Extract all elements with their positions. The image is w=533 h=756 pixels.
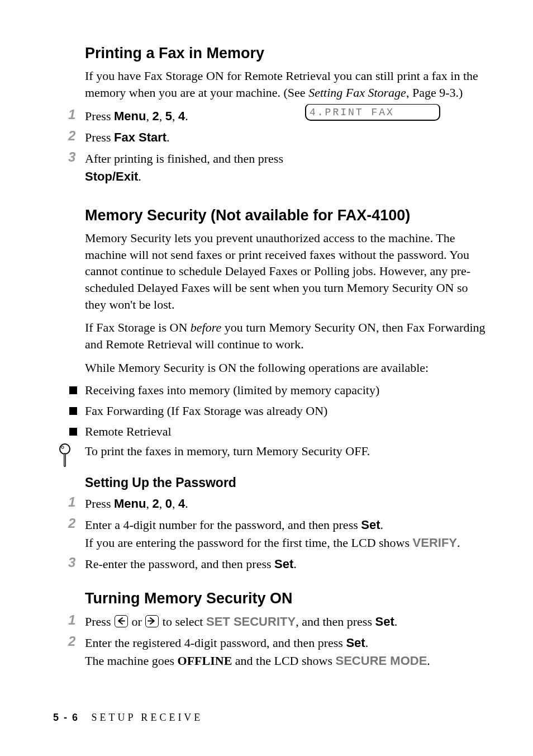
svg-point-0 [60,444,70,454]
text: Enter a 4-digit number for the password,… [85,518,361,532]
step-number: 2 [68,632,75,651]
text: , [172,497,178,511]
step-3: 3 After printing is finished, and then p… [61,150,488,186]
step-number: 1 [68,611,75,630]
step-number: 3 [68,148,75,167]
note-row: To print the faxes in memory, turn Memor… [61,444,488,459]
heading-printing-fax: Printing a Fax in Memory [85,45,488,62]
display-secure-mode: SECURE MODE [336,654,427,668]
xref-setting-fax-storage: Setting Fax Storage [308,86,406,100]
key-2: 2 [152,109,159,123]
note-text: To print the faxes in memory, turn Memor… [85,444,370,458]
text: After printing is finished, and then pre… [85,152,283,166]
right-arrow-icon [145,615,159,627]
step-number: 2 [68,514,75,533]
step-2: 2 Enter the registered 4-digit password,… [61,634,488,670]
heading-setting-password: Setting Up the Password [85,475,488,490]
para-memsec-1: Memory Security lets you prevent unautho… [85,230,488,313]
steps-setting-password: 1 Press Menu, 2, 0, 4. 2 Enter a 4-digit… [61,495,488,573]
page-footer: 5 - 6 SETUP RECEIVE [53,712,203,724]
step-number: 1 [68,105,75,125]
step-2: 2 Enter a 4-digit number for the passwor… [61,516,488,552]
step-1: 1 Press Menu, 2, 5, 4. [61,107,308,125]
key-set: Set [346,636,365,650]
pushpin-icon [56,443,75,468]
page-number: 5 - 6 [53,712,79,723]
text: Enter the registered 4-digit password, a… [85,636,346,650]
text: . [457,536,460,550]
key-set: Set [375,615,394,629]
text: or [129,615,145,629]
key-4: 4 [178,497,185,511]
text: . [394,615,398,629]
left-arrow-icon [115,615,128,627]
list-item: Remote Retrieval [61,424,488,440]
text: to select [159,615,206,629]
key-4: 4 [178,109,185,123]
text: and the LCD shows [232,654,335,668]
text: , [159,109,165,123]
text: If Fax Storage is ON [85,320,191,334]
display-verify: VERIFY [413,536,457,550]
text: , [159,497,165,511]
text: , [146,109,152,123]
text: The machine goes [85,654,178,668]
step-1: 1 Press Menu, 2, 0, 4. [61,495,488,513]
key-set: Set [274,557,293,571]
text: . [427,654,430,668]
step-number: 3 [68,553,75,573]
text: . [166,130,170,144]
key-2: 2 [152,497,159,511]
emphasis-before: before [191,320,221,334]
text: . [365,636,369,650]
step-3: 3 Re-enter the password, and then press … [61,555,488,573]
para-memsec-3: While Memory Security is ON the followin… [85,360,488,376]
text: , Page 9-3.) [406,86,463,100]
key-0: 0 [165,497,172,511]
heading-turning-memsec-on: Turning Memory Security ON [85,590,488,607]
bullet-list-operations: Receiving faxes into memory (limited by … [61,382,488,440]
text: , and then press [296,615,375,629]
key-set: Set [361,518,380,532]
steps-turning-on: 1 Press or to select SET SECURITY, and t… [61,613,488,670]
text: . [185,109,188,123]
key-fax-start: Fax Start [114,130,166,144]
display-set-security: SET SECURITY [206,615,296,629]
text: . [293,557,297,571]
key-stop-exit: Stop/Exit [85,169,138,183]
key-5: 5 [165,109,172,123]
text: Press [85,615,114,629]
step-number: 1 [68,493,75,512]
text: , [146,497,152,511]
heading-memory-security: Memory Security (Not available for FAX-4… [85,207,488,224]
list-item: Receiving faxes into memory (limited by … [61,382,488,399]
text: If you are entering the password for the… [85,536,413,550]
text: Re-enter the password, and then press [85,557,274,571]
step-2: 2 Press Fax Start. [61,129,488,147]
text-offline: OFFLINE [178,654,232,668]
key-menu: Menu [114,109,146,123]
text: , [172,109,178,123]
text: Press [85,109,114,123]
chapter-title: SETUP RECEIVE [92,712,203,723]
step-1: 1 Press or to select SET SECURITY, and t… [61,613,488,631]
text: . [380,518,384,532]
list-item: Fax Forwarding (If Fax Storage was alrea… [61,403,488,419]
lcd-display: 4.PRINT FAX [305,104,440,121]
svg-point-1 [61,446,64,448]
text: . [138,169,141,183]
text: Press [85,130,114,144]
text: . [185,497,188,511]
key-menu: Menu [114,497,146,511]
text: Press [85,497,114,511]
para-memsec-2: If Fax Storage is ON before you turn Mem… [85,319,488,352]
step-number: 2 [68,126,75,146]
intro-printing-fax: If you have Fax Storage ON for Remote Re… [85,68,488,101]
